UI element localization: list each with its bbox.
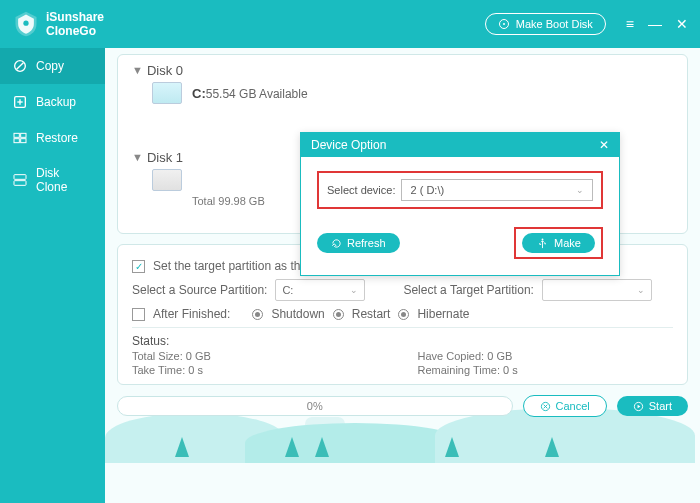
sidebar-label-copy: Copy	[36, 59, 64, 73]
make-label: Make	[554, 237, 581, 249]
svg-rect-11	[14, 175, 26, 180]
shutdown-radio[interactable]	[252, 309, 263, 320]
refresh-icon	[331, 238, 342, 249]
make-boot-disk-label: Make Boot Disk	[516, 18, 593, 30]
minimize-icon[interactable]: —	[648, 16, 662, 32]
drive-icon	[152, 169, 182, 191]
dialog-title: Device Option	[311, 138, 386, 152]
svg-rect-7	[14, 133, 19, 137]
cancel-label: Cancel	[556, 400, 590, 412]
app-logo: iSunshare CloneGo	[12, 10, 104, 38]
refresh-label: Refresh	[347, 237, 386, 249]
disk-clone-icon	[12, 172, 28, 188]
chevron-down-icon: ⌄	[637, 285, 645, 295]
svg-rect-8	[21, 133, 26, 137]
source-partition-label: Select a Source Partition:	[132, 283, 267, 297]
dialog-close-icon[interactable]: ✕	[599, 138, 609, 152]
chevron-down-icon: ▼	[132, 151, 143, 163]
svg-point-0	[23, 21, 28, 26]
close-icon[interactable]: ✕	[676, 16, 688, 32]
brand-line1: iSunshare	[46, 10, 104, 24]
disk0-title: Disk 0	[147, 63, 183, 78]
device-option-dialog: Device Option ✕ Select device: 2 ( D:\) …	[300, 132, 620, 276]
after-finished-label: After Finished:	[153, 307, 230, 321]
status-total-size: Total Size: 0 GB	[132, 350, 388, 362]
after-finished-checkbox[interactable]	[132, 308, 145, 321]
restart-label: Restart	[352, 307, 391, 321]
content-area: ▼ Disk 0 C:55.54 GB Available ▼ Disk 1 T…	[105, 48, 700, 503]
dialog-header: Device Option ✕	[301, 133, 619, 157]
sidebar-label-restore: Restore	[36, 131, 78, 145]
status-remaining-time: Remaining Time: 0 s	[418, 364, 674, 376]
disk1-title: Disk 1	[147, 150, 183, 165]
cancel-button[interactable]: Cancel	[523, 395, 607, 417]
target-partition-select[interactable]: ⌄	[542, 279, 652, 301]
menu-icon[interactable]: ≡	[626, 16, 634, 32]
brand-icon	[12, 10, 40, 38]
disk0-part-letter: C:	[192, 86, 206, 101]
sidebar: Copy Backup Restore Disk Clone	[0, 48, 105, 503]
chevron-down-icon: ▼	[132, 64, 143, 76]
status-title: Status:	[132, 334, 673, 348]
sidebar-item-copy[interactable]: Copy	[0, 48, 105, 84]
make-button[interactable]: Make	[522, 233, 595, 253]
play-icon	[633, 401, 644, 412]
status-take-time: Take Time: 0 s	[132, 364, 388, 376]
make-button-highlight: Make	[514, 227, 603, 259]
select-device-highlight: Select device: 2 ( D:\) ⌄	[317, 171, 603, 209]
source-partition-select[interactable]: C: ⌄	[275, 279, 365, 301]
shutdown-label: Shutdown	[271, 307, 324, 321]
svg-marker-17	[637, 404, 640, 408]
sidebar-item-backup[interactable]: Backup	[0, 84, 105, 120]
restart-radio[interactable]	[333, 309, 344, 320]
disc-icon	[498, 18, 510, 30]
start-label: Start	[649, 400, 672, 412]
refresh-button[interactable]: Refresh	[317, 233, 400, 253]
sidebar-item-disk-clone[interactable]: Disk Clone	[0, 156, 105, 204]
svg-rect-12	[14, 181, 26, 186]
chevron-down-icon: ⌄	[350, 285, 358, 295]
svg-point-2	[503, 23, 505, 25]
hibernate-label: Hibernate	[417, 307, 469, 321]
sidebar-label-backup: Backup	[36, 95, 76, 109]
chevron-down-icon: ⌄	[576, 185, 584, 195]
svg-point-18	[542, 238, 544, 240]
copy-icon	[12, 58, 28, 74]
sidebar-item-restore[interactable]: Restore	[0, 120, 105, 156]
boot-disk-checkbox[interactable]: ✓	[132, 260, 145, 273]
make-boot-disk-button[interactable]: Make Boot Disk	[485, 13, 606, 35]
brand-text: iSunshare CloneGo	[46, 10, 104, 38]
disk0-partition-row[interactable]: C:55.54 GB Available	[152, 82, 673, 104]
target-partition-label: Select a Target Partition:	[403, 283, 534, 297]
source-partition-value: C:	[282, 284, 293, 296]
bottom-bar: 0% Cancel Start	[117, 395, 688, 417]
svg-rect-10	[21, 139, 26, 143]
hibernate-radio[interactable]	[398, 309, 409, 320]
disk0-part-info: 55.54 GB Available	[206, 87, 308, 101]
backup-icon	[12, 94, 28, 110]
select-device-label: Select device:	[327, 184, 395, 196]
drive-icon	[152, 82, 182, 104]
progress-bar: 0%	[117, 396, 513, 416]
cancel-icon	[540, 401, 551, 412]
brand-line2: CloneGo	[46, 24, 104, 38]
select-device-dropdown[interactable]: 2 ( D:\) ⌄	[401, 179, 593, 201]
select-device-value: 2 ( D:\)	[410, 184, 444, 196]
disk0-header[interactable]: ▼ Disk 0	[132, 63, 673, 78]
progress-text: 0%	[307, 400, 323, 412]
title-bar: iSunshare CloneGo Make Boot Disk ≡ — ✕	[0, 0, 700, 48]
status-have-copied: Have Copied: 0 GB	[418, 350, 674, 362]
sidebar-label-disk-clone: Disk Clone	[36, 166, 93, 194]
restore-icon	[12, 130, 28, 146]
usb-icon	[536, 238, 549, 249]
start-button[interactable]: Start	[617, 396, 688, 416]
svg-rect-9	[14, 139, 19, 143]
